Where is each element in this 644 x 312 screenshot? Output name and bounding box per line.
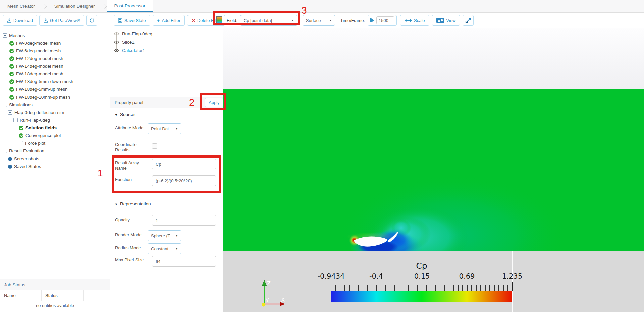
post-processor-app: Mesh Creator Simulation Designer Post-Pr… <box>0 0 644 312</box>
colorbar-end-line <box>331 251 331 312</box>
pipeline-item-calculator1[interactable]: Calculator1 <box>114 47 145 54</box>
colorbar-tick-label: 0.69 <box>459 272 475 280</box>
annotation-number-3: 3 <box>301 5 307 15</box>
annotation-box-2 <box>200 93 226 110</box>
tree-node-result-evaluation[interactable]: Result Evaluation <box>3 147 110 155</box>
representation-value: Surface <box>306 18 321 23</box>
time-frame-label: Time/Frame: <box>340 18 365 23</box>
radius-mode-value: Constant <box>151 246 168 251</box>
tree-node-convergence-plot[interactable]: Convergence plot <box>3 132 110 139</box>
representation-select[interactable]: Surface ▼ <box>303 15 335 26</box>
tree-label: FW-0deg-model mesh <box>16 41 61 46</box>
main-toolbar: Download Get ParaView® Save State + Add <box>0 13 644 28</box>
panel-resize-grip[interactable] <box>107 177 110 182</box>
scale-button[interactable]: Scale <box>400 15 429 26</box>
tree-node-meshes[interactable]: Meshes <box>3 32 110 39</box>
visibility-eye-icon[interactable] <box>114 32 119 36</box>
tab-simulation-designer[interactable]: Simulation Designer <box>47 0 102 12</box>
colorbar-tick-label: -0.4 <box>369 272 383 280</box>
check-icon <box>19 133 23 138</box>
render-mode-select[interactable]: Sphere (T ▼ <box>148 230 181 241</box>
tree-node-run[interactable]: Run-Flap-0deg <box>3 116 110 124</box>
colorbar-end-line <box>512 251 513 312</box>
save-state-label: Save State <box>124 18 146 23</box>
tree-node-mesh[interactable]: FW-14deg-model mesh <box>3 62 110 70</box>
tree-label: FW-12deg-model mesh <box>16 56 63 61</box>
bullet-icon <box>8 157 12 161</box>
project-tree: Meshes FW-0deg-model mesh FW-6deg-model … <box>0 28 110 170</box>
tab-mesh-creator[interactable]: Mesh Creator <box>0 0 42 12</box>
view-button[interactable]: View <box>432 15 460 26</box>
visibility-eye-icon[interactable] <box>114 48 119 53</box>
pipeline-item-run[interactable]: Run-Flap-0deg <box>114 30 152 37</box>
tree-node-saved-states[interactable]: Saved States <box>3 163 110 170</box>
tree-node-mesh[interactable]: FW-18deg-model mesh <box>3 70 110 78</box>
attribute-mode-value: Point Dat <box>151 126 169 131</box>
max-pixel-size-input[interactable]: 64 <box>152 256 216 267</box>
time-frame-input[interactable]: 1500 <box>376 16 394 24</box>
section-label: Source <box>120 112 135 117</box>
source-section-header[interactable]: ▼Source <box>115 112 135 117</box>
render-view[interactable] <box>223 89 644 251</box>
download-icon <box>44 18 48 23</box>
tree-node-mesh[interactable]: FW-18deg-5mm-up mesh <box>3 85 110 93</box>
expand-icon[interactable] <box>19 141 23 145</box>
refresh-button[interactable] <box>86 15 97 26</box>
check-icon <box>9 95 14 100</box>
tab-label: Simulation Designer <box>54 4 95 9</box>
fit-view-button[interactable] <box>463 15 474 26</box>
save-state-button[interactable]: Save State <box>114 15 150 26</box>
collapse-icon[interactable] <box>3 33 7 38</box>
section-label: Representation <box>120 201 151 206</box>
tree-node-screenshots[interactable]: Screenshots <box>3 155 110 163</box>
collapse-icon[interactable] <box>8 110 12 115</box>
tree-node-mesh[interactable]: FW-6deg-model mesh <box>3 47 110 55</box>
coordinate-results-checkbox[interactable] <box>152 143 157 149</box>
tree-node-mesh[interactable]: FW-18deg-5mm-down mesh <box>3 78 110 85</box>
opacity-label: Opacity <box>115 217 147 223</box>
collapse-icon[interactable] <box>13 118 18 122</box>
tree-label: FW-18deg-5mm-down mesh <box>16 79 73 84</box>
render-mode-value: Sphere (T <box>151 233 170 238</box>
colorbar-tick-label: -0.9434 <box>317 272 344 280</box>
view-image-icon <box>436 18 444 23</box>
radius-mode-select[interactable]: Constant ▼ <box>148 243 181 254</box>
plus-icon: + <box>157 18 160 23</box>
attribute-mode-select[interactable]: Point Dat ▼ <box>148 123 181 134</box>
play-to-frame-icon[interactable] <box>370 18 375 22</box>
download-button[interactable]: Download <box>3 15 37 26</box>
pipeline-item-slice1[interactable]: Slice1 <box>114 38 135 46</box>
job-status-row-divider <box>0 301 110 301</box>
collapse-icon[interactable] <box>3 149 7 153</box>
section-collapse-icon: ▼ <box>115 113 118 117</box>
add-filter-button[interactable]: + Add Filter <box>153 15 185 26</box>
representation-section-header[interactable]: ▼Representation <box>115 201 151 206</box>
tree-label: Simulations <box>9 102 33 107</box>
tree-label: Convergence plot <box>25 133 61 138</box>
tree-node-solution-fields[interactable]: Solution fields <box>3 124 110 132</box>
tree-node-mesh[interactable]: FW-0deg-model mesh <box>3 39 110 47</box>
tree-label: FW-6deg-model mesh <box>16 48 61 53</box>
job-status-col-divider <box>41 290 42 301</box>
axis-label-y: Y <box>265 297 269 304</box>
tree-node-simulation[interactable]: Flap-0deg-deflection-sim <box>3 109 110 116</box>
job-status-col-divider <box>83 290 84 301</box>
tree-label: FW-14deg-model mesh <box>16 64 63 69</box>
tree-node-mesh[interactable]: FW-18deg-10mm-up mesh <box>3 93 110 101</box>
orientation-axes-widget: Z X Y <box>249 277 289 310</box>
tree-node-force-plot[interactable]: Force plot <box>3 139 110 147</box>
tree-node-mesh[interactable]: FW-12deg-model mesh <box>3 55 110 62</box>
visibility-eye-icon[interactable] <box>114 40 119 44</box>
save-icon <box>118 18 122 23</box>
tree-node-simulations[interactable]: Simulations <box>3 101 110 109</box>
opacity-input[interactable]: 1 <box>152 215 216 226</box>
property-panel-title: Property panel <box>115 100 143 105</box>
tab-separator <box>42 4 47 8</box>
collapse-icon[interactable] <box>3 103 7 107</box>
tree-label: Force plot <box>25 141 45 146</box>
tab-post-processor[interactable]: Post-Processor <box>107 0 153 12</box>
colorbar-labels: -0.9434 -0.4 0.15 0.69 1.235 <box>331 272 512 281</box>
get-paraview-button[interactable]: Get ParaView® <box>39 15 85 26</box>
chevron-down-icon: ▼ <box>329 19 332 22</box>
chevron-down-icon: ▼ <box>175 234 178 237</box>
